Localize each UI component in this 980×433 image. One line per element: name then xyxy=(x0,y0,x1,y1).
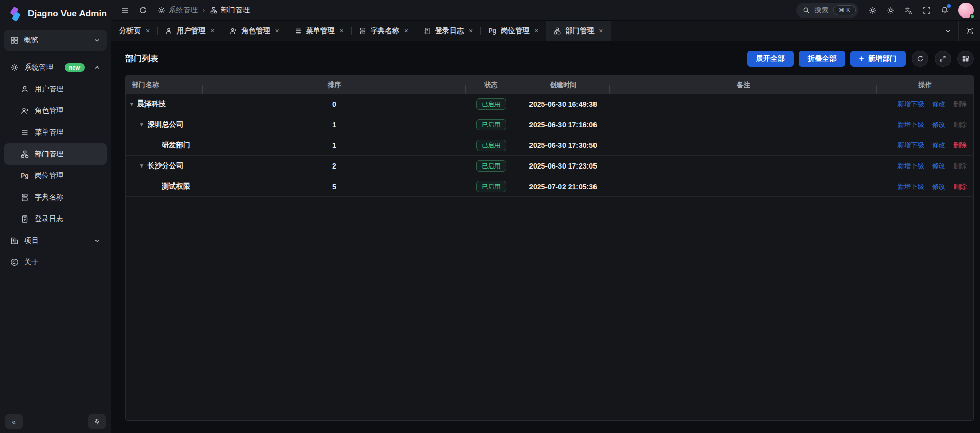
department-table: 部门名称 排序 状态 创建时间 备注 操作 ▾ 晨泽科技 0 已启用 xyxy=(125,75,974,421)
tab-roles[interactable]: 角色管理 × xyxy=(222,21,286,41)
tab-positions[interactable]: Pg 岗位管理 × xyxy=(480,21,546,41)
tab-close-icon[interactable]: × xyxy=(146,27,150,35)
tab-menus[interactable]: 菜单管理 × xyxy=(287,21,351,41)
tree-collapse-caret[interactable]: ▾ xyxy=(130,101,133,107)
breadcrumb-system[interactable]: 系统管理 xyxy=(158,6,198,15)
tab-close-icon[interactable]: × xyxy=(534,27,538,35)
logo-row[interactable]: Djagno Vue Admin xyxy=(0,0,111,27)
sidebar-item-label: 概览 xyxy=(24,36,88,45)
theme-toggle-button[interactable] xyxy=(883,3,898,18)
tab-login-logs[interactable]: 登录日志 × xyxy=(416,21,480,41)
tab-users[interactable]: 用户管理 × xyxy=(157,21,222,41)
tab-close-icon[interactable]: × xyxy=(340,27,344,35)
breadcrumb-label: 系统管理 xyxy=(169,6,198,15)
column-header-status[interactable]: 状态 xyxy=(466,80,516,90)
sidebar-item-login-logs[interactable]: 登录日志 xyxy=(4,208,107,230)
column-header-name[interactable]: 部门名称 xyxy=(126,80,203,90)
user-role-icon xyxy=(230,27,237,35)
created-cell: 2025-07-02 21:05:36 xyxy=(516,182,610,191)
tab-analysis[interactable]: 分析页 × xyxy=(111,21,157,41)
sidebar-item-label: 菜单管理 xyxy=(35,128,101,137)
sidebar-item-users[interactable]: 用户管理 xyxy=(4,78,107,100)
sidebar-item-label: 岗位管理 xyxy=(35,171,101,180)
table-fullscreen-button[interactable] xyxy=(935,51,951,67)
tab-list-dropdown-button[interactable] xyxy=(937,21,958,41)
department-name-cell: ▾ 晨泽科技 xyxy=(126,99,203,109)
add-child-link[interactable]: 新增下级 xyxy=(897,182,924,191)
action-cell: 新增下级 修改 删除 xyxy=(877,99,973,109)
sidebar-collapse-button[interactable]: « xyxy=(5,414,23,429)
column-header-created[interactable]: 创建时间 xyxy=(516,80,610,90)
org-tree-icon xyxy=(21,150,29,158)
sidebar-toggle-button[interactable] xyxy=(118,3,133,18)
table-row: ▾ 深圳总公司 1 已启用 2025-06-30 17:16:06 新增下级 修… xyxy=(126,114,973,135)
add-child-link[interactable]: 新增下级 xyxy=(897,161,924,171)
delete-link: 删除 xyxy=(953,161,967,171)
edit-link[interactable]: 修改 xyxy=(932,99,945,109)
notifications-button[interactable] xyxy=(937,3,953,18)
user-icon xyxy=(165,27,172,35)
status-cell: 已启用 xyxy=(466,140,516,151)
sidebar-item-label: 登录日志 xyxy=(35,214,101,224)
tree-collapse-caret[interactable]: ▾ xyxy=(140,162,143,169)
hamburger-icon xyxy=(121,6,130,14)
add-department-button[interactable]: + 新增部门 xyxy=(850,51,906,67)
building-icon xyxy=(10,237,19,245)
sidebar-item-overview[interactable]: 概览 xyxy=(4,30,107,51)
settings-button[interactable] xyxy=(865,3,880,18)
sidebar-item-positions[interactable]: Pg 岗位管理 xyxy=(4,165,107,187)
search-input[interactable]: 搜索 ⌘ K xyxy=(796,3,858,18)
tab-maximize-button[interactable] xyxy=(958,21,980,41)
tab-label: 字典名称 xyxy=(371,26,399,36)
sidebar-item-project[interactable]: 项目 xyxy=(4,230,107,252)
column-settings-button[interactable] xyxy=(957,51,974,67)
avatar[interactable] xyxy=(958,3,974,18)
sort-cell: 2 xyxy=(203,162,466,170)
column-header-remark[interactable]: 备注 xyxy=(610,80,877,90)
collapse-all-button[interactable]: 折叠全部 xyxy=(799,51,845,67)
tab-dictionary[interactable]: 字典名称 × xyxy=(351,21,416,41)
sidebar-pin-button[interactable] xyxy=(88,414,106,429)
tab-label: 部门管理 xyxy=(565,26,594,36)
breadcrumb-department[interactable]: 部门管理 xyxy=(210,6,250,15)
tab-departments[interactable]: 部门管理 × xyxy=(546,21,611,41)
sidebar-item-label: 角色管理 xyxy=(35,106,101,115)
sidebar-item-about[interactable]: 关于 xyxy=(4,252,107,273)
delete-link[interactable]: 删除 xyxy=(953,182,967,191)
add-child-link[interactable]: 新增下级 xyxy=(897,141,924,150)
sidebar-item-departments[interactable]: 部门管理 xyxy=(4,143,107,165)
tab-close-icon[interactable]: × xyxy=(210,27,214,35)
edit-link[interactable]: 修改 xyxy=(932,182,945,191)
language-button[interactable]: 文 A xyxy=(901,3,917,18)
tab-close-icon[interactable]: × xyxy=(404,27,408,35)
sidebar-item-roles[interactable]: 角色管理 xyxy=(4,100,107,122)
sidebar-item-system[interactable]: 系统管理 new xyxy=(4,57,107,78)
refresh-page-button[interactable] xyxy=(135,3,151,18)
sidebar-item-menus[interactable]: 菜单管理 xyxy=(4,122,107,143)
status-badge: 已启用 xyxy=(476,160,506,172)
edit-link[interactable]: 修改 xyxy=(932,120,945,129)
topbar-right: 搜索 ⌘ K 文 xyxy=(796,3,974,18)
menu-lines-icon xyxy=(295,27,302,35)
expand-all-button[interactable]: 展开全部 xyxy=(747,51,794,67)
column-header-action[interactable]: 操作 xyxy=(877,80,973,90)
add-child-link[interactable]: 新增下级 xyxy=(897,99,924,109)
table-refresh-button[interactable] xyxy=(912,51,928,67)
edit-link[interactable]: 修改 xyxy=(932,161,945,171)
delete-link[interactable]: 删除 xyxy=(953,141,967,150)
add-child-link[interactable]: 新增下级 xyxy=(897,120,924,129)
department-name-cell: 测试权限 xyxy=(126,182,203,191)
tab-label: 岗位管理 xyxy=(501,26,529,36)
sidebar-item-dictionary[interactable]: 字典名称 xyxy=(4,187,107,208)
refresh-icon xyxy=(139,6,147,14)
tab-close-icon[interactable]: × xyxy=(469,27,473,35)
fullscreen-button[interactable] xyxy=(919,3,935,18)
created-cell: 2025-06-30 17:23:05 xyxy=(516,162,610,170)
tab-close-icon[interactable]: × xyxy=(275,27,279,35)
edit-link[interactable]: 修改 xyxy=(932,141,945,150)
app-title: Djagno Vue Admin xyxy=(28,9,107,19)
tab-close-icon[interactable]: × xyxy=(599,27,603,35)
tree-collapse-caret[interactable]: ▾ xyxy=(140,121,143,128)
department-name: 晨泽科技 xyxy=(137,99,166,109)
column-header-sort[interactable]: 排序 xyxy=(203,80,466,90)
